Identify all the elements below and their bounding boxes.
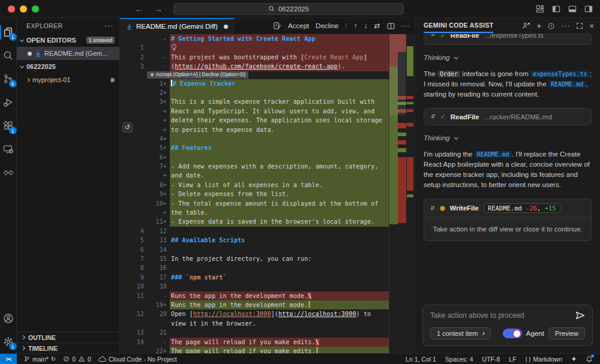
code-line[interactable]: -# Getting Started with Create React App [120, 34, 389, 43]
file-diff-chip[interactable]: README.md -26, +15 [484, 203, 560, 213]
decline-button[interactable]: Decline [316, 22, 338, 29]
revert-block-button[interactable]: ↺ [122, 122, 133, 133]
outline-section[interactable]: OUTLINE [17, 332, 119, 342]
new-chat-icon[interactable]: + [536, 21, 541, 31]
activity-explorer-icon[interactable]: 1 [0, 20, 17, 44]
code-line[interactable]: 513## Available Scripts [120, 236, 389, 245]
write-file-card[interactable]: ⇵WriteFileREADME.md -26, +15Take action … [424, 198, 592, 241]
settings-gear-icon[interactable]: 1 [0, 330, 17, 353]
minimize-window-button[interactable] [20, 5, 27, 13]
tool-call-card[interactable]: ⇵✓ReadFile.../expenseTypes.ts [424, 34, 592, 45]
minimap[interactable] [389, 34, 406, 353]
open-editor-item-readme[interactable]: README.md (Gem... [17, 47, 119, 60]
code-line[interactable]: 11-Runs the app in the development mode.… [120, 291, 389, 300]
activity-run-debug-icon[interactable] [0, 91, 17, 114]
code-line[interactable]: 11+- Expense data is saved in the browse… [120, 217, 389, 226]
problems-item[interactable]: 0 0 [63, 356, 91, 363]
gemini-sparkle-icon[interactable] [571, 356, 577, 362]
code-chip[interactable]: README.md [475, 151, 512, 158]
swap-sides-icon[interactable]: ⇄ [374, 22, 380, 30]
code-line[interactable]: 1 [120, 43, 389, 52]
code-line[interactable]: +the table. [120, 208, 389, 217]
chat-input[interactable]: Take action above to proceed [430, 311, 524, 320]
code-line[interactable]: 22+The page will reload if you make edit… [120, 347, 389, 353]
code-chip[interactable]: Order [437, 71, 460, 77]
close-window-button[interactable] [8, 5, 15, 13]
code-line[interactable]: 917### `npm start` [120, 273, 389, 282]
code-line[interactable]: +React and TypeScript. It allows users t… [120, 107, 389, 116]
code-line[interactable]: 9+- Delete expenses from the list. [120, 189, 389, 198]
next-change-icon[interactable]: ↓ [364, 22, 367, 30]
expand-collapse-icon[interactable]: ⇵ [431, 114, 436, 119]
expand-collapse-icon[interactable]: ⇵ [430, 206, 435, 211]
unsaved-dot-icon[interactable] [224, 25, 228, 29]
activity-remote-explorer-icon[interactable] [0, 137, 17, 161]
code-line[interactable]: 2-This project was bootstrapped with [Cr… [120, 53, 389, 62]
activity-extensions-icon[interactable]: 1 [0, 114, 17, 137]
toggle-primary-sidebar-icon[interactable] [552, 5, 560, 13]
open-changes-icon[interactable] [273, 22, 281, 30]
code-line[interactable]: 816 [120, 263, 389, 272]
preview-badge[interactable]: Preview [548, 327, 585, 339]
previous-change-icon[interactable]: ↑ [353, 22, 357, 30]
expand-collapse-icon[interactable]: ⇵ [431, 34, 436, 37]
history-icon[interactable] [547, 22, 555, 30]
code-line[interactable]: 19+Runs the app in the development mode. [120, 300, 389, 309]
code-line[interactable]: 3-(https://github.com/facebook/create-re… [120, 62, 389, 71]
code-line[interactable]: 1+# Expense Tracker [120, 79, 389, 88]
thinking-header[interactable]: Thinking [424, 134, 592, 142]
code-line[interactable]: 715In the project directory, you can run… [120, 254, 389, 263]
panel-title[interactable]: GEMINI CODE ASSIST [424, 19, 493, 33]
eol-item[interactable]: LF [509, 356, 516, 363]
tree-item-myproject[interactable]: myproject-01 [17, 73, 119, 86]
code-line[interactable]: 6+ [120, 153, 389, 162]
maximize-window-button[interactable] [32, 5, 39, 13]
history-forward-button[interactable]: → [154, 4, 163, 14]
tab-readme-gemini-diff[interactable]: README.md (Gemini Diff) [120, 18, 235, 34]
cursor-position-item[interactable]: Ln 1, Col 1 [406, 356, 436, 363]
code-line[interactable]: +and date. [120, 171, 389, 180]
code-line[interactable]: 7+- Add new expenses with a description,… [120, 162, 389, 171]
code-line[interactable]: +to persist the expense data. [120, 125, 389, 134]
overview-ruler[interactable] [406, 34, 415, 353]
code-line[interactable]: 4+ [120, 134, 389, 143]
accounts-icon[interactable] [0, 306, 17, 330]
notifications-bell-icon[interactable] [586, 356, 593, 363]
code-line[interactable]: 3+This is a simple expense tracker appli… [120, 97, 389, 106]
code-chip[interactable]: expenseTypes.ts [530, 71, 589, 77]
tool-call-card[interactable]: ⇵✓ReadFile...racker/README.md [424, 108, 592, 125]
toggle-panel-icon[interactable] [568, 5, 577, 13]
code-line[interactable]: 5+## Features [120, 143, 389, 152]
code-line[interactable]: 412 [120, 227, 389, 236]
code-line[interactable]: 8+- View a list of all expenses in a tab… [120, 181, 389, 189]
lightbulb-icon[interactable] [171, 44, 177, 51]
send-icon[interactable] [575, 311, 585, 320]
indentation-item[interactable]: Spaces: 4 [445, 356, 473, 363]
agent-toggle[interactable] [503, 329, 522, 338]
thinking-header[interactable]: Thinking [424, 54, 592, 61]
timeline-section[interactable]: TIMELINE [17, 342, 119, 353]
toggle-secondary-sidebar-icon[interactable] [584, 5, 593, 13]
agent-profile-icon[interactable] [522, 22, 530, 30]
code-line[interactable]: 14-The page will reload if you make edit… [120, 338, 389, 347]
cloud-code-item[interactable]: Cloud Code - No Project [98, 356, 177, 363]
code-line[interactable]: 10+- The total expense amount is display… [120, 199, 389, 208]
customize-layout-icon[interactable] [536, 5, 544, 13]
panel-more-icon[interactable]: ··· [561, 22, 570, 30]
code-line[interactable]: 1018 [120, 282, 389, 291]
diff-editor[interactable]: -# Getting Started with Create React App… [120, 34, 415, 353]
minimap-viewport[interactable] [389, 34, 406, 115]
encoding-item[interactable]: UTF-8 [482, 356, 500, 363]
explorer-more-actions-icon[interactable]: ··· [104, 22, 113, 30]
open-editors-header[interactable]: OPEN EDITORS 1 unsaved [17, 34, 119, 47]
activity-search-icon[interactable] [0, 44, 17, 67]
more-actions-icon[interactable]: ··· [401, 22, 410, 29]
close-panel-icon[interactable]: × [589, 22, 594, 31]
language-mode-item[interactable]: { }Markdown [526, 356, 562, 363]
code-line[interactable]: 2+ [120, 88, 389, 97]
activity-source-control-icon[interactable]: 6 [0, 67, 17, 91]
split-editor-icon[interactable] [387, 22, 395, 30]
code-line[interactable]: 1220Open [http://localhost:3000](http://… [120, 309, 389, 318]
code-line[interactable]: view it in the browser. [120, 319, 389, 328]
code-line[interactable]: 1321 [120, 328, 389, 337]
